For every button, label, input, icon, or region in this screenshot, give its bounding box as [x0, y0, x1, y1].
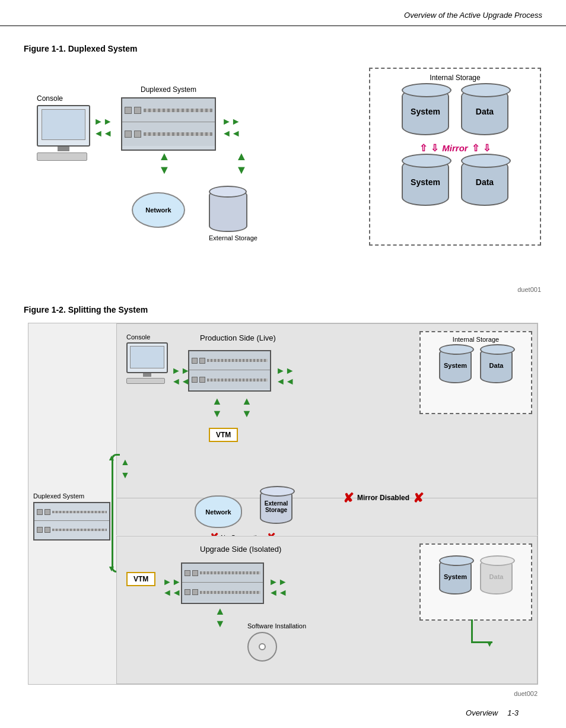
mirror-disabled-text: Mirror Disabled — [357, 494, 409, 503]
ext-storage-label: External Storage — [209, 234, 257, 241]
server-detail-3 — [125, 131, 132, 138]
page-number: 1-3 — [507, 708, 519, 717]
arrow-prod-l: ◄◄ — [171, 376, 190, 387]
ext-storage-cyl-fig2: ExternalStorage — [260, 489, 292, 524]
section-label: Overview — [466, 708, 498, 717]
upg-det-3 — [185, 589, 190, 595]
mirror-arrow-down2: ⇩ — [483, 142, 491, 154]
page-footer: Overview 1-3 — [24, 702, 542, 723]
upg-data-cyl: Data — [480, 559, 513, 595]
server-rack — [121, 97, 216, 151]
dup-det-2 — [44, 509, 50, 515]
upg-bar-1 — [200, 571, 260, 574]
network-area: Network — [132, 192, 185, 228]
production-label: Production Side (Live) — [200, 333, 276, 342]
arrow-upg-to-int: ►► — [269, 577, 288, 587]
upg-det-2 — [192, 570, 198, 576]
prod-console-area: Console — [126, 333, 168, 384]
server-detail-4 — [134, 131, 141, 138]
mirror-disabled-area: ✘ Mirror Disabled ✘ — [343, 491, 424, 506]
upg-unit-1 — [182, 564, 263, 583]
prod-unit-1 — [189, 351, 270, 370]
production-panel: Console Production Side (Live) — [116, 323, 538, 498]
main-content: Figure 1-1. Duplexed System Console ►► ◄… — [0, 26, 566, 728]
server-unit-2 — [122, 122, 215, 146]
duet001-label: duet001 — [517, 286, 541, 293]
server-detail — [125, 107, 132, 114]
figure2-title: Figure 1-2. Splitting the System — [24, 305, 542, 314]
disc-icon — [247, 632, 277, 662]
arrow-server-storage-r1: ►► — [222, 116, 241, 127]
prod-console-label: Console — [126, 333, 168, 341]
int-storage-arrow-head: ▼ — [485, 639, 494, 648]
data-cyl-shape-bottom: Data — [461, 158, 508, 206]
arrow-storage-server-l1: ◄◄ — [222, 128, 241, 139]
data-cyl-bottom: Data — [461, 158, 508, 206]
prod-detail-2 — [199, 358, 205, 364]
dup-det-1 — [37, 509, 43, 515]
arrow-storage-to-prod: ◄◄ — [276, 376, 295, 387]
upg-det-4 — [192, 589, 198, 595]
network-label-fig2: Network — [205, 508, 231, 516]
prod-bar-2 — [207, 379, 268, 382]
prod-vert-arrows-2: ▲ ▼ — [241, 395, 252, 420]
network-label: Network — [145, 206, 171, 214]
ext-storage-area-fig1: External Storage — [209, 189, 257, 241]
system-label-top: System — [411, 107, 440, 116]
server-unit-1 — [122, 98, 215, 122]
server-bar — [144, 109, 212, 112]
monitor-screen — [42, 109, 85, 140]
arrow-console-server-r: ►► — [94, 116, 113, 127]
upg-system-cyl: System — [439, 559, 472, 595]
prod-monitor-screen — [130, 346, 164, 368]
upg-system-cyl-shape: System — [439, 559, 472, 595]
vtm-arrow-down: ▼ — [107, 564, 116, 573]
ext-storage-label-fig2: ExternalStorage — [265, 500, 288, 513]
arrow-prod-to-storage: ►► — [276, 365, 295, 376]
mirror-label-row: ⇧ ⇩ Mirror ⇧ ⇩ — [370, 142, 540, 154]
page-header: Overview of the Active Upgrade Process — [0, 0, 566, 26]
keyboard — [37, 152, 87, 161]
arrow-server-vtm-l: ◄◄ — [163, 587, 182, 598]
console-area: Console — [37, 94, 90, 161]
mirror-arrow-up2: ⇧ — [472, 142, 479, 154]
vtm-connection-area: ▲ ▼ — [120, 457, 130, 481]
dup-det-4 — [44, 527, 50, 533]
data-cyl-top: Data — [461, 88, 508, 135]
prod-system-label: System — [444, 362, 467, 369]
red-x-mirror-left: ✘ — [343, 491, 354, 506]
upgrade-rack — [181, 562, 264, 604]
system-cyl-top: System — [402, 88, 449, 135]
upg-system-label: System — [444, 573, 467, 580]
vtm-arrow-up: ▲ — [107, 453, 116, 462]
prod-detail-4 — [199, 377, 205, 383]
prod-data-cyl: Data — [480, 348, 513, 383]
upg-data-label: Data — [489, 573, 504, 580]
vtm-prod-box: VTM — [209, 428, 238, 442]
ext-storage-fig2: ExternalStorage — [260, 489, 292, 524]
upg-vert-arrows: ▲ ▼ — [215, 605, 225, 630]
system-cyl-bottom: System — [402, 158, 449, 206]
duet002-label: duet002 — [514, 690, 538, 697]
figure2-diagram: Console Production Side (Live) — [28, 323, 538, 685]
data-label-top: Data — [476, 107, 494, 116]
vtm-upgrade-area: VTM — [126, 572, 155, 586]
prod-vert-arrows: ▲ ▼ — [212, 395, 222, 420]
vert-arrows-1: ▲ ▼ — [158, 150, 170, 177]
upgrade-panel: Upgrade Side (Isolated) VTM ►► ◄◄ — [116, 536, 538, 684]
arrow-vtm-server-r: ►► — [163, 577, 182, 587]
prod-detail-3 — [192, 377, 198, 383]
dup-bar-1 — [52, 511, 107, 513]
upgrade-server-rack — [181, 562, 264, 604]
prod-bar-1 — [207, 359, 268, 362]
monitor — [37, 105, 90, 147]
figure1-diagram: Console ►► ◄◄ Duplexed System — [25, 62, 541, 293]
vert-arrows-2: ▲ ▼ — [236, 150, 247, 177]
int-storage-top: Internal Storage System Data — [419, 331, 532, 414]
upg-unit-2 — [182, 583, 263, 602]
prod-data-label: Data — [489, 362, 504, 369]
duplexed-left-area: Duplexed System — [33, 492, 110, 541]
network-cloud: Network — [132, 192, 185, 228]
server-detail-2 — [134, 107, 141, 114]
prod-detail-1 — [192, 358, 198, 364]
